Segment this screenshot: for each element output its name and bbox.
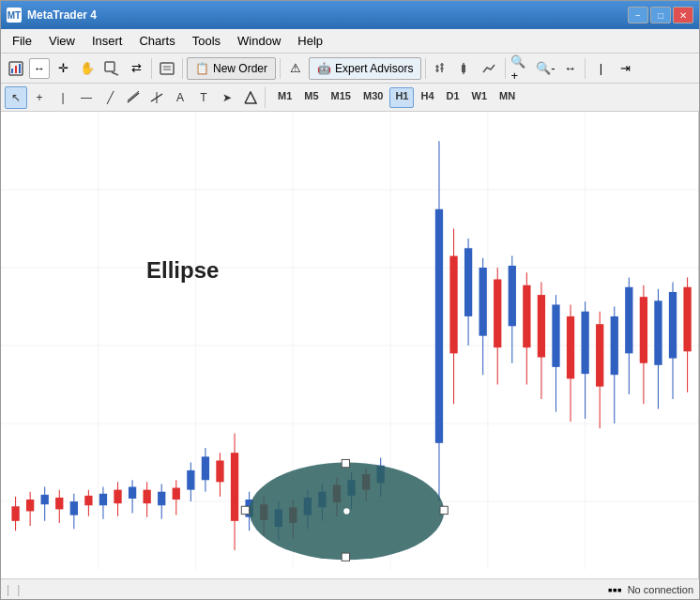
- status-bar: | | ▪▪▪ No connection: [1, 578, 699, 599]
- svg-line-18: [128, 93, 139, 102]
- text-btn[interactable]: A: [169, 86, 191, 109]
- svg-rect-53: [144, 490, 151, 504]
- tf-m1[interactable]: M1: [272, 87, 297, 108]
- svg-rect-115: [640, 297, 647, 363]
- pan-btn[interactable]: ✋: [76, 57, 99, 80]
- crosshair-btn[interactable]: ✛: [52, 57, 74, 80]
- svg-rect-61: [202, 456, 209, 480]
- svg-line-19: [128, 91, 139, 100]
- arrow-btn[interactable]: ➤: [216, 86, 238, 109]
- menu-file[interactable]: File: [5, 31, 39, 51]
- svg-rect-59: [187, 470, 194, 490]
- minimize-button[interactable]: −: [628, 7, 648, 23]
- maximize-button[interactable]: □: [650, 7, 671, 23]
- svg-point-127: [343, 508, 349, 514]
- tf-m5[interactable]: M5: [298, 87, 324, 108]
- svg-rect-89: [449, 256, 457, 354]
- status-separator-2: |: [17, 583, 20, 596]
- tf-m15[interactable]: M15: [326, 87, 357, 108]
- status-right: ▪▪▪ No connection: [608, 582, 693, 597]
- auto-scroll-btn[interactable]: ↔: [558, 57, 581, 80]
- svg-rect-119: [669, 292, 677, 359]
- menu-help[interactable]: Help: [290, 31, 330, 51]
- menu-charts[interactable]: Charts: [131, 31, 182, 51]
- alert-btn[interactable]: ⚠: [284, 57, 307, 80]
- crosshair-draw-btn[interactable]: +: [28, 86, 51, 109]
- tf-h1[interactable]: H1: [389, 87, 414, 108]
- svg-line-5: [112, 72, 118, 75]
- title-bar-left: MT MetaTrader 4: [7, 8, 97, 23]
- svg-rect-121: [683, 287, 691, 351]
- menu-insert[interactable]: Insert: [84, 31, 130, 51]
- app-icon: MT: [7, 8, 22, 23]
- menu-window[interactable]: Window: [230, 31, 288, 51]
- move-btn[interactable]: ⇄: [125, 57, 147, 80]
- svg-rect-43: [70, 501, 78, 515]
- toolbar1: ↔ ✛ ✋ ⇄ 📋 New Order ⚠ 🤖 Expert Advisors: [1, 54, 699, 84]
- window-title: MetaTrader 4: [27, 8, 97, 22]
- zoom-combo[interactable]: ↔: [29, 58, 50, 79]
- zoom-in-btn[interactable]: [100, 57, 123, 80]
- svg-rect-125: [241, 506, 249, 514]
- svg-rect-65: [231, 453, 238, 521]
- cursor-btn[interactable]: ↖: [5, 86, 27, 109]
- svg-rect-107: [581, 312, 588, 374]
- chart-area[interactable]: Ellipse: [1, 112, 699, 578]
- period-sep-btn[interactable]: |: [589, 57, 612, 80]
- equidistant-btn[interactable]: [122, 86, 145, 109]
- svg-rect-63: [216, 460, 223, 482]
- candle-btn[interactable]: [454, 57, 477, 80]
- status-left: | |: [7, 583, 20, 596]
- toolbar-sep-5: [505, 58, 506, 79]
- shift-btn[interactable]: ⇥: [614, 57, 636, 80]
- svg-rect-101: [538, 295, 545, 357]
- connection-icon: ▪▪▪: [608, 582, 622, 597]
- svg-rect-35: [11, 506, 19, 521]
- toolbar-sep-2: [182, 58, 183, 79]
- toolbar-sep-1: [151, 58, 152, 79]
- toolbar-sep-3: [280, 58, 281, 79]
- svg-rect-15: [462, 65, 465, 72]
- templates-btn[interactable]: [156, 57, 178, 80]
- svg-rect-87: [435, 209, 443, 443]
- expert-advisors-button[interactable]: 🤖 Expert Advisors: [309, 57, 421, 80]
- zoom-out-chart-btn[interactable]: 🔍-: [534, 57, 556, 80]
- candlestick-chart: [1, 112, 698, 570]
- svg-rect-6: [160, 63, 174, 74]
- close-button[interactable]: ✕: [673, 7, 693, 23]
- shape-btn[interactable]: [239, 86, 262, 109]
- svg-rect-39: [41, 495, 49, 504]
- svg-rect-37: [26, 500, 34, 511]
- text-label-btn[interactable]: T: [192, 86, 215, 109]
- svg-rect-57: [173, 488, 180, 500]
- svg-rect-111: [611, 316, 618, 375]
- tf-mn[interactable]: MN: [494, 87, 521, 108]
- svg-rect-51: [129, 487, 136, 499]
- svg-rect-105: [567, 316, 574, 378]
- vertical-line-btn[interactable]: |: [52, 86, 74, 109]
- svg-rect-103: [552, 304, 559, 366]
- new-order-button[interactable]: 📋 New Order: [187, 57, 276, 80]
- menu-view[interactable]: View: [41, 31, 83, 51]
- main-content: Ellipse: [1, 112, 699, 578]
- toolbar-sep-4: [425, 58, 426, 79]
- new-chart-btn[interactable]: [5, 57, 27, 80]
- trendline-btn[interactable]: ╱: [99, 86, 121, 109]
- horizontal-line-btn[interactable]: —: [75, 86, 98, 109]
- title-bar: MT MetaTrader 4 − □ ✕: [1, 1, 699, 29]
- bar-chart-btn[interactable]: [430, 57, 452, 80]
- tf-d1[interactable]: D1: [441, 87, 465, 108]
- svg-rect-91: [464, 248, 472, 316]
- line-chart-btn[interactable]: [479, 57, 501, 80]
- fibonacci-btn[interactable]: [145, 86, 168, 109]
- svg-rect-93: [479, 268, 487, 336]
- tf-w1[interactable]: W1: [466, 87, 494, 108]
- svg-rect-123: [342, 459, 349, 467]
- toolbar-sep-6: [585, 58, 586, 79]
- menu-tools[interactable]: Tools: [185, 31, 228, 51]
- svg-rect-113: [625, 287, 632, 354]
- tf-h4[interactable]: H4: [415, 87, 439, 108]
- tf-m30[interactable]: M30: [358, 87, 388, 108]
- status-separator-1: |: [7, 583, 9, 596]
- zoom-in-chart-btn[interactable]: 🔍+: [510, 57, 532, 80]
